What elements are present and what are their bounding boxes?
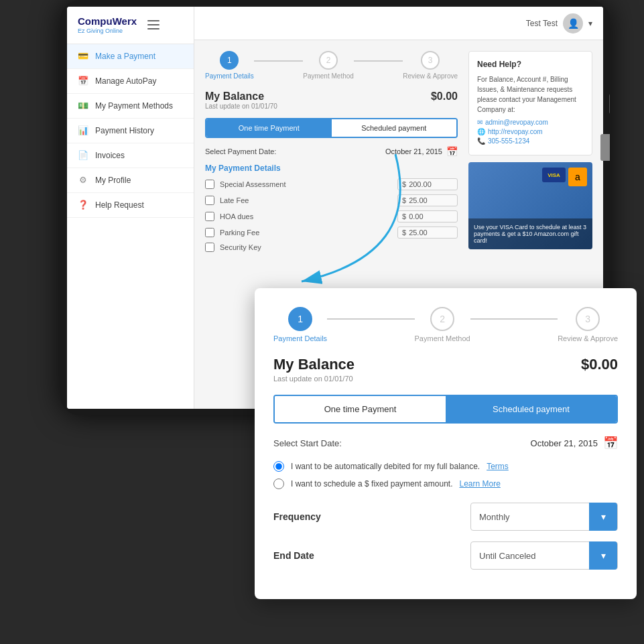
help-title: Need Help? bbox=[477, 60, 584, 69]
step-3: 3 Review & Approve bbox=[403, 51, 458, 80]
sidebar-item-label: My Profile bbox=[95, 176, 131, 185]
popup-balance-amount: $0.00 bbox=[581, 356, 618, 373]
sidebar-item-label: Help Request bbox=[95, 200, 144, 210]
logo-text: CompuWerx bbox=[78, 16, 137, 27]
sidebar-item-payment-history[interactable]: 📊 Payment History bbox=[67, 119, 194, 143]
phone-link[interactable]: 📞 305-555-1234 bbox=[477, 137, 584, 145]
table-row: Parking Fee $25.00 bbox=[205, 227, 458, 239]
stepper: 1 Payment Details 2 Payment Method 3 Rev… bbox=[205, 51, 458, 80]
table-row: Late Fee $25.00 bbox=[205, 194, 458, 206]
fixed-amount-radio[interactable] bbox=[273, 478, 284, 489]
late-fee-checkbox[interactable] bbox=[205, 196, 214, 205]
full-balance-label: I want to be automatically debited for m… bbox=[291, 462, 480, 471]
popup-scheduled-button[interactable]: Scheduled payment bbox=[446, 396, 617, 422]
popup-step-2: 2 Payment Method bbox=[415, 307, 470, 342]
popup-stepper: 1 Payment Details 2 Payment Method 3 Rev… bbox=[273, 307, 618, 342]
sidebar-item-payment-methods[interactable]: 💵 My Payment Methods bbox=[67, 94, 194, 119]
late-fee-input[interactable]: $25.00 bbox=[397, 194, 458, 206]
special-assessment-checkbox[interactable] bbox=[205, 180, 214, 189]
payment-type-toggle: One time Payment Scheduled payment bbox=[205, 118, 458, 138]
autopay-icon: 📅 bbox=[78, 76, 88, 86]
sidebar-item-invoices[interactable]: 📄 Invoices bbox=[67, 143, 194, 168]
popup-radio-full-balance: I want to be automatically debited for m… bbox=[273, 461, 618, 472]
step-3-label: Review & Approve bbox=[403, 72, 458, 80]
sidebar-item-help-request[interactable]: ❓ Help Request bbox=[67, 193, 194, 218]
date-label: Select Payment Date: bbox=[205, 147, 276, 155]
item-label: Security Key bbox=[220, 243, 261, 251]
end-date-row: End Date Until Canceled ▾ bbox=[273, 541, 618, 570]
popup-calendar-icon[interactable]: 📅 bbox=[603, 436, 618, 450]
website-link[interactable]: 🌐 http://revopay.com bbox=[477, 128, 584, 135]
sidebar-item-label: Make a Payment bbox=[95, 52, 155, 61]
sidebar-item-my-profile[interactable]: ⚙ My Profile bbox=[67, 168, 194, 193]
end-date-select[interactable]: Until Canceled ▾ bbox=[470, 541, 618, 570]
help-text: For Balance, Account #, Billing Issues, … bbox=[477, 74, 584, 115]
special-assessment-input[interactable]: $200.00 bbox=[397, 178, 458, 190]
email-icon: ✉ bbox=[477, 119, 482, 126]
frequency-row: Frequency Monthly ▾ bbox=[273, 503, 618, 531]
hamburger-menu-icon[interactable] bbox=[147, 20, 159, 29]
avatar: 👤 bbox=[563, 13, 583, 34]
popup-balance-info: My Balance Last update on 01/01/70 bbox=[273, 356, 355, 383]
sidebar-item-label: Payment History bbox=[95, 126, 154, 135]
popup-step-2-circle: 2 bbox=[430, 307, 454, 331]
popup-one-time-button[interactable]: One time Payment bbox=[275, 396, 446, 422]
step-1-circle: 1 bbox=[220, 51, 239, 70]
globe-icon: 🌐 bbox=[477, 128, 485, 135]
balance-title: My Balance bbox=[205, 90, 277, 103]
fixed-amount-label: I want to schedule a $ fixed payment amo… bbox=[291, 479, 452, 489]
sidebar-item-label: Invoices bbox=[95, 151, 125, 160]
email-link[interactable]: ✉ admin@revopay.com bbox=[477, 119, 584, 126]
hoa-dues-checkbox[interactable] bbox=[205, 212, 214, 221]
methods-icon: 💵 bbox=[78, 101, 88, 111]
item-label: Parking Fee bbox=[220, 229, 259, 237]
date-value: October 21, 2015 📅 bbox=[385, 146, 458, 157]
hoa-dues-input[interactable]: $0.00 bbox=[397, 210, 458, 222]
security-key-checkbox[interactable] bbox=[205, 243, 214, 252]
parking-fee-checkbox[interactable] bbox=[205, 228, 214, 237]
terms-link[interactable]: Terms bbox=[487, 462, 509, 471]
logo: CompuWerx Ez Giving Online bbox=[78, 16, 137, 34]
step-3-circle: 3 bbox=[421, 51, 440, 70]
tablet-side-button[interactable] bbox=[609, 94, 610, 114]
frequency-value: Monthly bbox=[479, 512, 510, 522]
one-time-payment-button[interactable]: One time Payment bbox=[206, 119, 332, 137]
user-menu[interactable]: Test Test 👤 ▾ bbox=[526, 13, 592, 34]
item-label: Special Assessment bbox=[220, 180, 285, 188]
date-text: October 21, 2015 bbox=[385, 147, 442, 155]
learn-more-link[interactable]: Learn More bbox=[459, 479, 500, 489]
end-date-value: Until Canceled bbox=[479, 551, 536, 561]
parking-fee-input[interactable]: $25.00 bbox=[397, 227, 458, 239]
frequency-label: Frequency bbox=[273, 511, 321, 522]
date-row: Select Payment Date: October 21, 2015 📅 bbox=[205, 146, 458, 157]
visa-card: VISA bbox=[542, 168, 566, 182]
table-row: HOA dues $0.00 bbox=[205, 210, 458, 222]
balance-amount: $0.00 bbox=[431, 90, 458, 103]
tablet-scroll-bar[interactable] bbox=[600, 134, 610, 161]
phone-icon: 📞 bbox=[477, 137, 485, 145]
popup-step-2-label: Payment Method bbox=[415, 334, 470, 342]
step-2-circle: 2 bbox=[319, 51, 338, 70]
item-label: Late Fee bbox=[220, 196, 249, 204]
step-line-2 bbox=[354, 60, 403, 62]
sidebar-item-label: My Payment Methods bbox=[95, 101, 173, 111]
logo-sub: Ez Giving Online bbox=[78, 27, 137, 34]
frequency-chevron-icon: ▾ bbox=[589, 503, 617, 531]
popup-step-line-1 bbox=[327, 318, 414, 320]
popup-payment-type-toggle: One time Payment Scheduled payment bbox=[273, 395, 618, 424]
sidebar-logo: CompuWerx Ez Giving Online bbox=[67, 7, 194, 44]
popup-balance-row: My Balance Last update on 01/01/70 $0.00 bbox=[273, 356, 618, 383]
scheduled-payment-button[interactable]: Scheduled payment bbox=[332, 119, 457, 137]
calendar-icon[interactable]: 📅 bbox=[446, 146, 458, 157]
balance-info: My Balance Last update on 01/01/70 bbox=[205, 90, 277, 110]
help-box: Need Help? For Balance, Account #, Billi… bbox=[468, 51, 592, 155]
frequency-select[interactable]: Monthly ▾ bbox=[470, 503, 618, 531]
sidebar-item-make-payment[interactable]: 💳 Make a Payment bbox=[67, 44, 194, 69]
sidebar-item-manage-autopay[interactable]: 📅 Manage AutoPay bbox=[67, 69, 194, 94]
invoices-icon: 📄 bbox=[78, 150, 88, 161]
step-1: 1 Payment Details bbox=[205, 51, 254, 80]
item-label: HOA dues bbox=[220, 212, 253, 220]
user-name: Test Test bbox=[526, 19, 558, 28]
full-balance-radio[interactable] bbox=[273, 461, 284, 472]
chevron-down-icon: ▾ bbox=[588, 19, 592, 28]
